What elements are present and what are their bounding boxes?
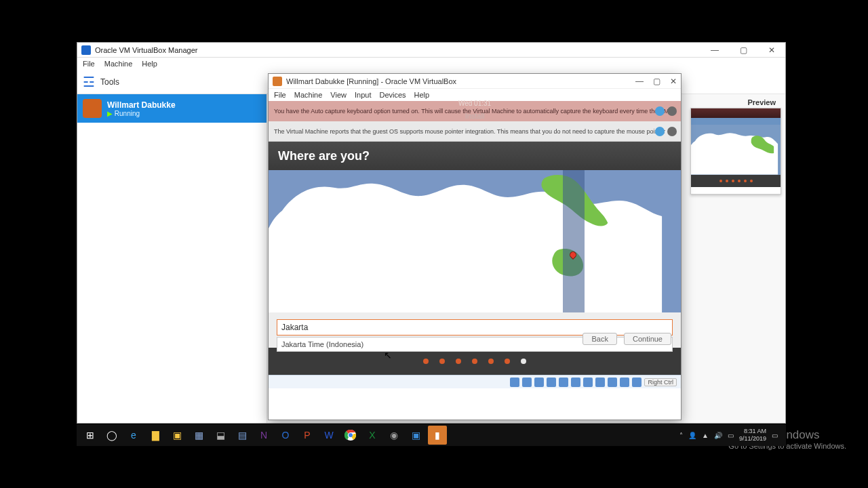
system-tray[interactable]: ˄ 👤 ▲ 🔊 ▭ 8:31 AM 9/11/2019 ▭ (679, 428, 783, 443)
timezone-input-row: Jakarta Time (Indonesia) Back Continue (269, 312, 681, 348)
installer-progress-dots (269, 348, 681, 375)
vm-statusbar: Right Ctrl (269, 375, 681, 388)
app-icon-2[interactable]: ▤ (233, 426, 252, 445)
vm-menu-file[interactable]: File (274, 91, 286, 99)
onenote-icon[interactable]: N (254, 426, 273, 445)
powerpoint-icon[interactable]: P (298, 426, 317, 445)
vm-state: ▶ Running (107, 110, 176, 117)
excel-icon[interactable]: X (363, 426, 382, 445)
manager-titlebar[interactable]: Oracle VM VirtualBox Manager — ▢ ✕ (77, 43, 785, 58)
tray-wifi-icon[interactable]: ▲ (702, 432, 709, 439)
preview-thumbnail[interactable] (690, 108, 781, 195)
vm-taskbar-icon[interactable]: ▮ (428, 426, 447, 445)
tools-icon[interactable]: ☲ (83, 74, 95, 90)
virtualbox-icon (81, 45, 91, 55)
vm-maximize-button[interactable]: ▢ (653, 77, 660, 86)
selected-tz-band (563, 170, 585, 312)
status-mouse-icon[interactable] (620, 378, 629, 387)
store-icon[interactable]: ▣ (167, 426, 186, 445)
status-network-icon[interactable] (547, 378, 556, 387)
vm-menu-view[interactable]: View (330, 91, 347, 99)
back-button[interactable]: Back (583, 333, 616, 345)
status-shared-icon[interactable] (571, 378, 580, 387)
outlook-icon[interactable]: O (276, 426, 295, 445)
close-button[interactable]: ✕ (762, 45, 781, 55)
status-hdd-icon[interactable] (510, 378, 519, 387)
taskview-icon[interactable]: ▦ (189, 426, 208, 445)
virtualbox-taskbar-icon[interactable]: ▣ (406, 426, 425, 445)
vm-window-title: Willmart Dabukke [Running] - Oracle VM V… (286, 77, 456, 85)
obs-icon[interactable]: ◉ (384, 426, 403, 445)
menu-machine[interactable]: Machine (104, 60, 133, 68)
file-explorer-icon[interactable]: ▇ (146, 426, 165, 445)
vm-os-icon (83, 99, 102, 118)
menu-help[interactable]: Help (142, 60, 157, 68)
notice-info-icon[interactable] (655, 106, 665, 116)
tray-chevron-icon[interactable]: ˄ (679, 432, 683, 439)
vm-titlebar[interactable]: Willmart Dabukke [Running] - Oracle VM V… (269, 74, 681, 89)
status-cpu-icon[interactable] (608, 378, 617, 387)
start-button[interactable]: ⊞ (81, 426, 100, 445)
app-icon-1[interactable]: ⬓ (211, 426, 230, 445)
minimize-button[interactable]: — (705, 45, 724, 55)
chrome-icon[interactable] (341, 426, 360, 445)
vm-running-window: Willmart Dabukke [Running] - Oracle VM V… (268, 73, 682, 420)
status-audio-icon[interactable] (534, 378, 544, 387)
window-controls: — ▢ ✕ (705, 45, 781, 55)
host-key-indicator[interactable]: Right Ctrl (644, 378, 677, 386)
notice-info-icon[interactable] (655, 127, 665, 136)
mouse-integration-notice: The Virtual Machine reports that the gue… (269, 121, 681, 142)
continue-button[interactable]: Continue (624, 333, 671, 345)
vm-menu-machine[interactable]: Machine (294, 91, 323, 99)
vm-menu-devices[interactable]: Devices (379, 91, 406, 99)
taskbar-clock[interactable]: 8:31 AM 9/11/2019 (739, 428, 766, 443)
tools-label[interactable]: Tools (100, 77, 119, 87)
status-keyboard-icon[interactable] (632, 378, 642, 387)
tray-battery-icon[interactable]: ▭ (728, 432, 734, 439)
windows-taskbar[interactable]: ⊞ ◯ e ▇ ▣ ▦ ⬓ ▤ N O P W X ◉ ▣ ▮ ˄ 👤 ▲ 🔊 … (77, 424, 786, 446)
edge-icon[interactable]: e (124, 426, 143, 445)
preview-label: Preview (747, 98, 776, 106)
manager-menubar: File Machine Help (77, 58, 785, 70)
vm-menu-input[interactable]: Input (355, 91, 371, 99)
vm-window-icon (273, 77, 282, 86)
menu-file[interactable]: File (83, 60, 95, 68)
status-optical-icon[interactable] (522, 378, 532, 387)
status-display-icon[interactable] (583, 378, 593, 387)
word-icon[interactable]: W (319, 426, 338, 445)
tray-volume-icon[interactable]: 🔊 (714, 432, 722, 439)
guest-topbar-time: Wed 01:31 (458, 100, 491, 107)
cortana-icon[interactable]: ◯ (102, 426, 121, 445)
vm-sidebar: Willmart Dabukke ▶ Running (77, 94, 267, 423)
status-recording-icon[interactable] (595, 378, 605, 387)
notice-close-icon[interactable] (667, 106, 677, 116)
guest-install-label: Install (465, 112, 485, 120)
vm-menu-help[interactable]: Help (414, 91, 430, 99)
vm-close-button[interactable]: ✕ (670, 77, 677, 86)
vm-list-item[interactable]: Willmart Dabukke ▶ Running (77, 94, 267, 123)
tray-people-icon[interactable]: 👤 (688, 432, 696, 439)
svg-point-3 (349, 433, 353, 437)
vm-name: Willmart Dabukke (107, 100, 176, 110)
timezone-map[interactable] (269, 170, 681, 312)
action-center-icon[interactable]: ▭ (772, 432, 778, 439)
ubuntu-installer: Where are you? Jakarta Time (Indonesia) … (269, 142, 681, 375)
vm-minimize-button[interactable]: — (635, 77, 644, 86)
installer-heading: Where are you? (269, 142, 681, 170)
maximize-button[interactable]: ▢ (734, 45, 753, 55)
manager-title: Oracle VM VirtualBox Manager (95, 46, 197, 54)
status-usb-icon[interactable] (559, 378, 568, 387)
notice-close-icon[interactable] (667, 127, 677, 136)
